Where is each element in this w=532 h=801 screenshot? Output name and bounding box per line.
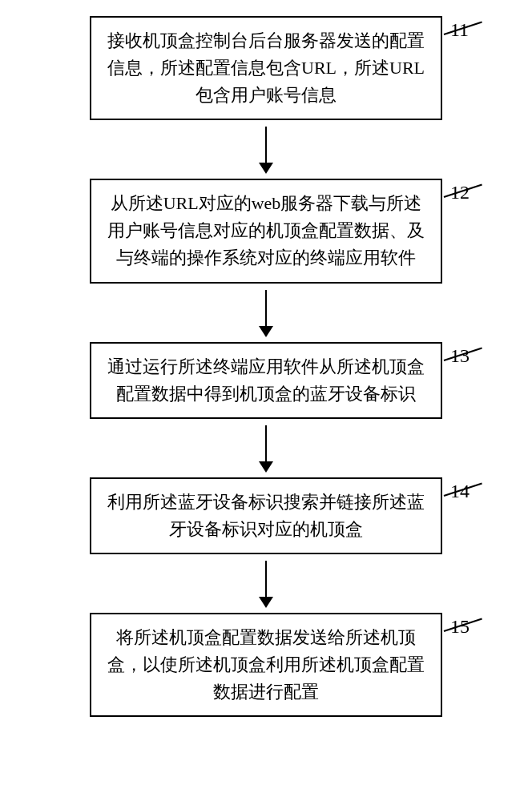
step-text: 从所述URL对应的web服务器下载与所述用户账号信息对应的机顶盒配置数据、及与终…: [107, 193, 425, 268]
arrow-down-icon: [259, 290, 273, 337]
step-number: 12: [450, 182, 470, 203]
step-text: 将所述机顶盒配置数据发送给所述机顶盒，以使所述机顶盒利用所述机顶盒配置数据进行配…: [107, 627, 425, 702]
step-box: 从所述URL对应的web服务器下载与所述用户账号信息对应的机顶盒配置数据、及与终…: [90, 179, 442, 283]
step-row-11: 接收机顶盒控制台后台服务器发送的配置信息，所述配置信息包含URL，所述URL包含…: [16, 16, 516, 120]
step-box: 接收机顶盒控制台后台服务器发送的配置信息，所述配置信息包含URL，所述URL包含…: [90, 16, 442, 120]
step-text: 通过运行所述终端应用软件从所述机顶盒配置数据中得到机顶盒的蓝牙设备标识: [107, 356, 425, 404]
step-box: 利用所述蓝牙设备标识搜索并链接所述蓝牙设备标识对应的机顶盒: [90, 477, 442, 554]
step-text: 接收机顶盒控制台后台服务器发送的配置信息，所述配置信息包含URL，所述URL包含…: [107, 30, 425, 105]
step-row-15: 将所述机顶盒配置数据发送给所述机顶盒，以使所述机顶盒利用所述机顶盒配置数据进行配…: [16, 613, 516, 717]
arrow-down-icon: [259, 425, 273, 473]
step-text: 利用所述蓝牙设备标识搜索并链接所述蓝牙设备标识对应的机顶盒: [107, 492, 425, 539]
step-box: 将所述机顶盒配置数据发送给所述机顶盒，以使所述机顶盒利用所述机顶盒配置数据进行配…: [90, 613, 442, 717]
step-row-12: 从所述URL对应的web服务器下载与所述用户账号信息对应的机顶盒配置数据、及与终…: [16, 179, 516, 283]
arrow-down-icon: [259, 561, 273, 608]
step-number: 14: [450, 481, 470, 502]
arrow-down-icon: [259, 127, 273, 174]
step-number: 13: [450, 345, 470, 367]
step-row-14: 利用所述蓝牙设备标识搜索并链接所述蓝牙设备标识对应的机顶盒 14: [16, 477, 516, 554]
step-number: 11: [450, 19, 469, 41]
step-row-13: 通过运行所述终端应用软件从所述机顶盒配置数据中得到机顶盒的蓝牙设备标识 13: [16, 342, 516, 419]
step-number: 15: [450, 616, 470, 638]
flowchart-container: 接收机顶盒控制台后台服务器发送的配置信息，所述配置信息包含URL，所述URL包含…: [16, 16, 516, 717]
step-box: 通过运行所述终端应用软件从所述机顶盒配置数据中得到机顶盒的蓝牙设备标识: [90, 342, 442, 419]
